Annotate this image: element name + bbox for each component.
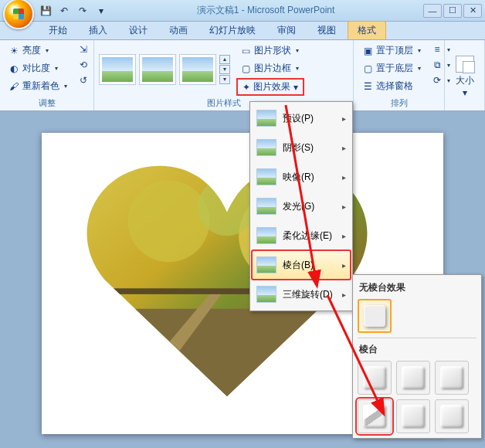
bring-front-icon: ▣ bbox=[362, 46, 373, 56]
quick-access-toolbar: 💾 ↶ ↷ ▾ bbox=[39, 4, 108, 18]
reflection-icon bbox=[256, 168, 276, 185]
chevron-down-icon: ▾ bbox=[64, 83, 67, 90]
chevron-right-icon: ▸ bbox=[342, 173, 346, 182]
send-back-icon: ▢ bbox=[362, 63, 373, 74]
bevel-option[interactable] bbox=[396, 361, 430, 395]
group-label-adjust: 调整 bbox=[5, 96, 89, 110]
chevron-right-icon: ▸ bbox=[342, 261, 346, 270]
chevron-down-icon: ▾ bbox=[55, 65, 58, 72]
menu-soft-edges[interactable]: 柔化边缘(E)▸ bbox=[252, 221, 351, 250]
gallery-up-icon[interactable]: ▴ bbox=[219, 55, 230, 64]
chevron-down-icon: ▾ bbox=[296, 47, 299, 54]
tab-insert[interactable]: 插入 bbox=[79, 21, 117, 39]
chevron-down-icon: ▾ bbox=[296, 65, 299, 72]
bring-front-button[interactable]: ▣置于顶层▾ bbox=[358, 42, 425, 59]
svg-point-3 bbox=[128, 181, 210, 263]
group-label-arrange: 排列 bbox=[358, 96, 439, 110]
group-arrange: ▣置于顶层▾ ▢置于底层▾ ☰选择窗格 ≡▾ ⧉▾ ⟳▾ 排列 bbox=[354, 40, 445, 110]
redo-icon[interactable]: ↷ bbox=[76, 4, 90, 18]
save-icon[interactable]: 💾 bbox=[39, 4, 53, 18]
chevron-down-icon: ▾ bbox=[46, 47, 49, 54]
contrast-icon: ◐ bbox=[8, 63, 19, 74]
chevron-right-icon: ▸ bbox=[342, 144, 346, 152]
style-thumb[interactable] bbox=[99, 54, 136, 85]
ribbon: ☀亮度▾ ◐对比度▾ 🖌重新着色▾ ⇲ ⟲ ↺ 调整 ▴▾▾ ▭图片形状▾ ▢图… bbox=[0, 40, 485, 111]
menu-bevel[interactable]: 棱台(B)▸ bbox=[252, 250, 351, 280]
preset-icon bbox=[256, 110, 276, 127]
chevron-right-icon: ▸ bbox=[342, 202, 346, 211]
chevron-right-icon: ▸ bbox=[342, 114, 346, 123]
group-icon: ⧉ bbox=[432, 59, 443, 70]
menu-reflection[interactable]: 映像(R)▸ bbox=[252, 162, 351, 192]
qat-more-icon[interactable]: ▾ bbox=[94, 4, 108, 18]
picture-border-button[interactable]: ▢图片边框▾ bbox=[236, 60, 304, 76]
undo-icon[interactable]: ↶ bbox=[57, 4, 71, 18]
rotation-icon bbox=[256, 286, 276, 303]
soft-edges-icon bbox=[256, 227, 276, 244]
contrast-button[interactable]: ◐对比度▾ bbox=[5, 60, 71, 76]
tab-anim[interactable]: 动画 bbox=[159, 21, 198, 39]
close-button[interactable]: ✕ bbox=[463, 4, 482, 18]
tab-home[interactable]: 开始 bbox=[39, 21, 77, 39]
compress-button[interactable]: ⇲ bbox=[74, 42, 93, 56]
window-title: 演示文稿1 - Microsoft PowerPoint bbox=[108, 4, 423, 17]
reset-pic-button[interactable]: ↺ bbox=[74, 73, 93, 87]
change-pic-button[interactable]: ⟲ bbox=[74, 58, 93, 72]
shadow-icon bbox=[256, 139, 276, 156]
shape-icon: ▭ bbox=[240, 46, 251, 56]
menu-shadow[interactable]: 阴影(S)▸ bbox=[252, 133, 351, 162]
maximize-button[interactable]: ☐ bbox=[443, 4, 462, 18]
bevel-none[interactable] bbox=[358, 299, 392, 333]
tab-review[interactable]: 审阅 bbox=[267, 21, 306, 39]
doc-title: 演示文稿1 bbox=[197, 5, 239, 15]
picture-effects-button[interactable]: ✦图片效果▾ bbox=[236, 78, 304, 96]
selection-pane-button[interactable]: ☰选择窗格 bbox=[358, 78, 425, 94]
recolor-button[interactable]: 🖌重新着色▾ bbox=[5, 78, 71, 94]
menu-glow[interactable]: 发光(G)▸ bbox=[252, 192, 351, 221]
style-thumb[interactable] bbox=[139, 54, 176, 85]
menu-divider bbox=[358, 338, 477, 338]
gallery-more-icon[interactable]: ▾ bbox=[219, 75, 230, 84]
bevel-heading: 棱台 bbox=[359, 343, 475, 356]
recolor-icon: 🖌 bbox=[8, 81, 19, 92]
brightness-icon: ☀ bbox=[8, 46, 19, 56]
no-bevel-heading: 无棱台效果 bbox=[359, 281, 475, 294]
bevel-option-selected[interactable] bbox=[358, 399, 392, 433]
chevron-down-icon: ▾ bbox=[418, 65, 421, 72]
brightness-button[interactable]: ☀亮度▾ bbox=[5, 42, 71, 59]
app-title: Microsoft PowerPoint bbox=[247, 5, 334, 15]
compress-icon: ⇲ bbox=[78, 44, 89, 55]
glow-icon bbox=[256, 198, 276, 215]
tab-design[interactable]: 设计 bbox=[119, 21, 158, 39]
picture-shape-button[interactable]: ▭图片形状▾ bbox=[236, 42, 304, 59]
gallery-down-icon[interactable]: ▾ bbox=[219, 65, 230, 74]
picture-effects-menu: 预设(P)▸ 阴影(S)▸ 映像(R)▸ 发光(G)▸ 柔化边缘(E)▸ 棱台(… bbox=[249, 101, 353, 311]
svg-rect-0 bbox=[81, 309, 373, 411]
tab-slideshow[interactable]: 幻灯片放映 bbox=[199, 21, 266, 39]
align-icon: ≡ bbox=[432, 44, 443, 55]
bevel-option[interactable] bbox=[396, 399, 430, 433]
bevel-option[interactable] bbox=[358, 361, 392, 395]
menu-preset[interactable]: 预设(P)▸ bbox=[252, 104, 351, 133]
chevron-down-icon: ▾ bbox=[463, 87, 467, 98]
tab-format[interactable]: 格式 bbox=[348, 21, 386, 39]
group-size: 大小 ▾ bbox=[445, 40, 485, 110]
bevel-option[interactable] bbox=[435, 361, 469, 395]
styles-gallery[interactable]: ▴▾▾ bbox=[99, 54, 230, 85]
style-thumb[interactable] bbox=[179, 54, 216, 85]
send-back-button[interactable]: ▢置于底层▾ bbox=[358, 60, 425, 76]
ribbon-tabs: 开始 插入 设计 动画 幻灯片放映 审阅 视图 格式 bbox=[0, 22, 485, 40]
group-adjust: ☀亮度▾ ◐对比度▾ 🖌重新着色▾ ⇲ ⟲ ↺ 调整 bbox=[0, 40, 94, 110]
bevel-submenu: 无棱台效果 棱台 bbox=[352, 274, 482, 439]
chevron-down-icon: ▾ bbox=[293, 82, 298, 93]
menu-3d-rotation[interactable]: 三维旋转(D)▸ bbox=[252, 280, 351, 309]
rotate-icon: ⟳ bbox=[432, 75, 443, 86]
minimize-button[interactable]: — bbox=[423, 4, 442, 18]
tab-view[interactable]: 视图 bbox=[307, 21, 346, 39]
size-button[interactable]: 大小 ▾ bbox=[449, 42, 480, 107]
gallery-scroll[interactable]: ▴▾▾ bbox=[219, 55, 230, 84]
chevron-down-icon: ▾ bbox=[418, 47, 421, 54]
chevron-right-icon: ▸ bbox=[342, 232, 346, 240]
chevron-right-icon: ▸ bbox=[342, 290, 346, 299]
bevel-option[interactable] bbox=[435, 399, 469, 433]
